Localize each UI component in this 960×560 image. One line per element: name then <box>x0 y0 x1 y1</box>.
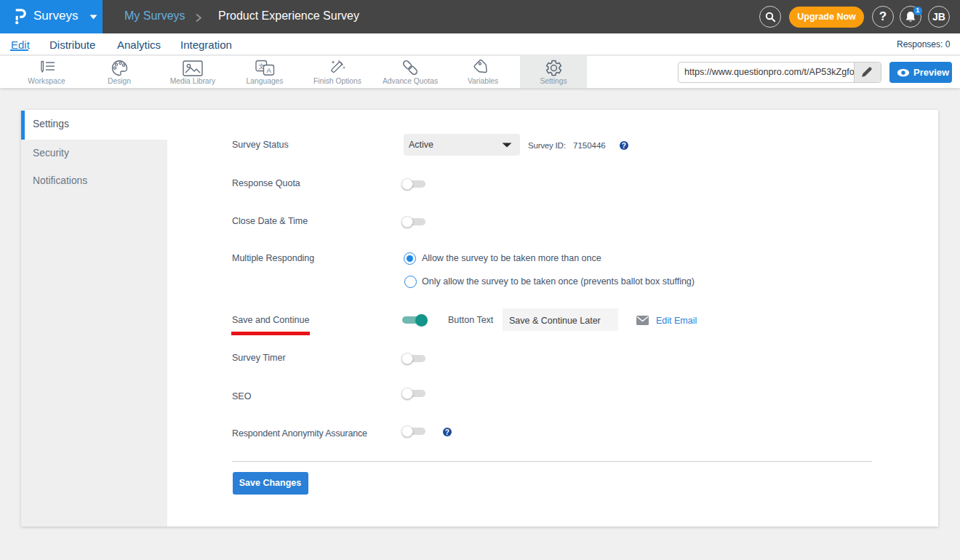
svg-text:A: A <box>267 66 272 74</box>
